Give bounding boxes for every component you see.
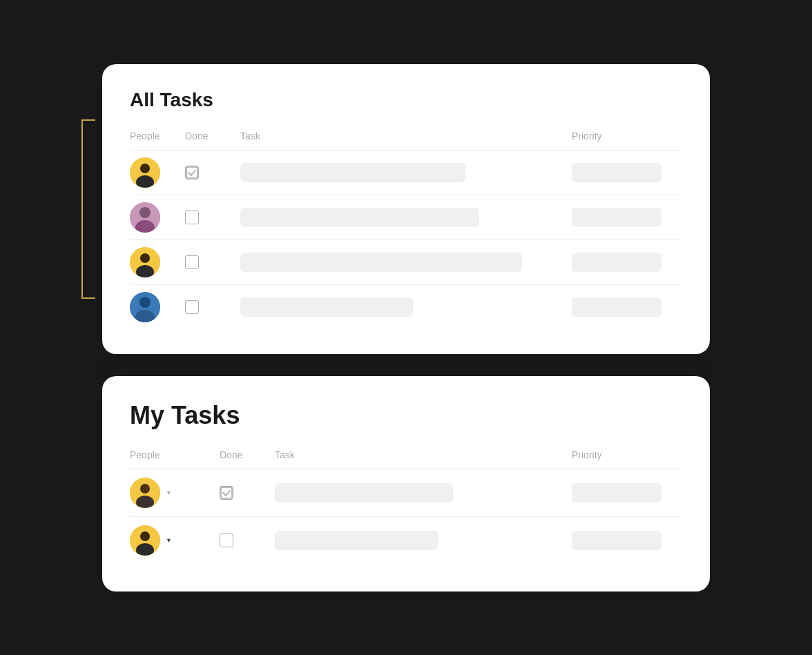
all-tasks-table: People Done Task Priority (130, 130, 682, 329)
task-placeholder (240, 253, 522, 272)
table-row (130, 240, 682, 285)
checkbox-unchecked[interactable] (185, 255, 199, 269)
table-row (130, 195, 682, 240)
all-header-done: Done (185, 130, 240, 141)
my-header-task: Task (275, 449, 572, 460)
svg-point-11 (139, 297, 151, 308)
my-header-priority: Priority (572, 449, 682, 460)
checkbox-checked[interactable] (220, 486, 233, 500)
checkbox-unchecked[interactable] (185, 300, 199, 314)
avatar (130, 292, 160, 322)
task-cell (240, 253, 572, 272)
my-tasks-title: My Tasks (130, 401, 682, 430)
dropdown-arrow-icon[interactable]: ▼ (166, 489, 172, 496)
svg-point-1 (140, 164, 150, 173)
priority-placeholder (572, 208, 661, 227)
avatar-with-dropdown: ▼ (130, 525, 220, 556)
svg-point-18 (140, 531, 150, 541)
page-wrapper: All Tasks People Done Task Priority (0, 0, 812, 655)
task-cell (240, 208, 572, 227)
priority-placeholder (572, 253, 661, 272)
table-row (130, 150, 682, 195)
my-tasks-table: People Done Task Priority (130, 449, 682, 564)
avatar (130, 202, 160, 233)
all-tasks-card: All Tasks People Done Task Priority (102, 64, 710, 354)
avatar-with-dropdown: ▼ (130, 478, 220, 508)
priority-cell (572, 483, 682, 502)
svg-point-14 (140, 484, 150, 493)
my-header-people: People (130, 449, 220, 460)
task-cell (275, 483, 572, 502)
all-header-task: Task (240, 130, 572, 141)
avatar (130, 157, 160, 188)
avatar (130, 525, 160, 556)
task-placeholder (240, 297, 413, 317)
checkbox-unchecked[interactable] (185, 211, 199, 224)
avatar-cell (130, 202, 185, 233)
svg-point-5 (139, 207, 151, 218)
avatar-cell: ▼ (130, 525, 220, 556)
table-row: ▼ (130, 469, 682, 517)
all-tasks-title: All Tasks (130, 89, 682, 111)
checkbox-cell[interactable] (220, 534, 275, 547)
priority-cell (572, 531, 682, 550)
priority-cell (572, 253, 682, 272)
bracket-decoration (61, 119, 102, 299)
checkbox-checked[interactable] (185, 166, 199, 179)
task-placeholder (275, 531, 438, 550)
checkbox-unchecked[interactable] (220, 534, 233, 547)
task-placeholder (275, 483, 453, 502)
priority-placeholder (572, 297, 661, 317)
task-cell (275, 531, 572, 550)
checkbox-cell[interactable] (185, 300, 240, 314)
all-header-priority: Priority (572, 130, 682, 141)
priority-cell (572, 297, 682, 317)
priority-placeholder (572, 163, 661, 182)
avatar (130, 478, 160, 508)
avatar (130, 247, 160, 277)
priority-placeholder (572, 531, 661, 550)
my-tasks-card: My Tasks People Done Task Priority (102, 376, 710, 592)
main-container: All Tasks People Done Task Priority (102, 64, 710, 592)
dropdown-arrow-icon[interactable]: ▼ (166, 537, 172, 544)
priority-cell (572, 163, 682, 182)
task-cell (240, 163, 572, 182)
avatar-cell (130, 157, 185, 188)
checkbox-cell[interactable] (220, 486, 275, 500)
checkbox-cell[interactable] (185, 166, 240, 179)
avatar-cell: ▼ (130, 478, 220, 508)
table-row: ▼ (130, 517, 682, 564)
checkbox-cell[interactable] (185, 255, 240, 269)
svg-point-8 (140, 253, 150, 263)
table-row (130, 285, 682, 329)
task-placeholder (240, 208, 479, 227)
task-cell (240, 297, 572, 317)
all-header-people: People (130, 130, 185, 141)
priority-cell (572, 208, 682, 227)
avatar-cell (130, 247, 185, 277)
my-header-done: Done (220, 449, 275, 460)
avatar-cell (130, 292, 185, 322)
checkbox-cell[interactable] (185, 211, 240, 224)
task-placeholder (240, 163, 465, 182)
all-tasks-header: People Done Task Priority (130, 130, 682, 150)
priority-placeholder (572, 483, 661, 502)
my-tasks-header: People Done Task Priority (130, 449, 682, 469)
